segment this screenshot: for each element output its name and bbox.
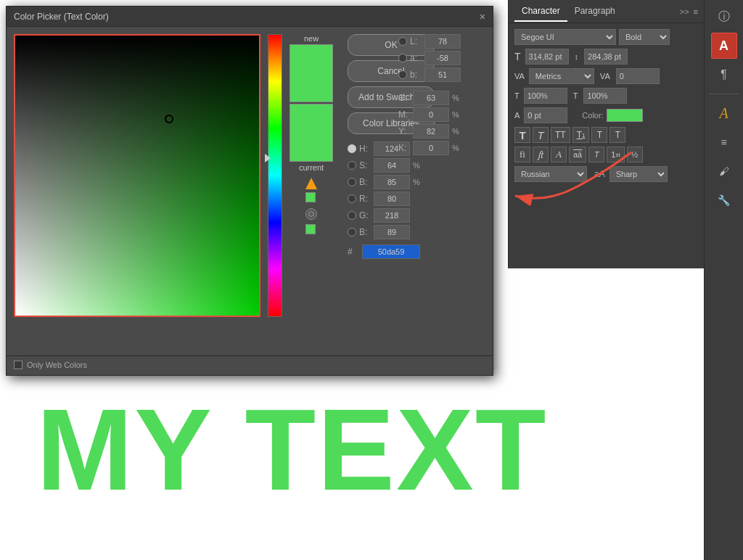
panel-tab-icons: >> ≡ [680,7,698,16]
c-input[interactable] [413,91,449,105]
dropper-icon[interactable]: 🔧 [711,187,737,213]
swatch-current[interactable] [290,104,333,162]
m-row: M: % [398,107,464,122]
b-lab-radio[interactable] [398,70,407,79]
paragraph-icon[interactable]: ¶ [711,62,737,88]
font-a-icon[interactable]: A [711,100,737,126]
kerning-icon2: VA [600,72,610,81]
lab-cmyk-inputs: L: a: b: C: % M: % [398,34,464,348]
brightness-radio[interactable] [348,178,356,186]
panel-tabs: Character Paragraph >> ≡ [509,0,704,23]
t-style-buttons-row: T T TT T1 T T [514,127,698,143]
l-row: L: [398,34,464,49]
tab-character[interactable]: Character [514,1,567,22]
gradient-cursor [165,115,173,123]
b-lab-input[interactable] [424,67,461,82]
red-radio[interactable] [348,194,356,203]
vertical-scale-icon: T [573,91,578,100]
hue-indicator [265,154,271,162]
aa-button[interactable]: aā [569,147,586,162]
anti-alias-select[interactable]: Sharp [609,166,668,182]
brush-icon[interactable]: 🖌 [711,158,737,184]
k-row: K: % [398,141,464,155]
hue-slider[interactable] [268,34,282,317]
web-safe-color-swatch[interactable] [305,192,316,202]
close-button[interactable]: × [480,12,485,22]
hue-slider-container [268,34,282,317]
superscript-button[interactable]: T [591,127,607,143]
a-row: a: [398,51,464,65]
dialog-title: Color Picker (Text Color) [14,12,109,22]
warning-area: ⬡ [305,178,317,234]
k-input[interactable] [413,141,449,155]
b-lab-row: b: [398,67,464,82]
baseline-color-row: A Color: [514,107,698,123]
y-row: Y: % [398,124,464,139]
green-radio[interactable] [348,211,356,220]
warning-icon[interactable] [305,178,317,189]
text-color-swatch[interactable] [607,109,643,122]
kerning-input[interactable] [616,68,660,84]
c-row: C: % [398,91,464,105]
expand-icon[interactable]: >> [680,7,689,16]
subscript-button[interactable]: T [609,127,625,143]
script-button[interactable]: A [551,147,567,162]
saturation-radio[interactable] [348,161,356,170]
horizontal-scale-icon: T [514,91,520,100]
y-input[interactable] [413,124,449,139]
blue-radio[interactable] [348,228,356,236]
aa-display: aA [594,169,605,179]
tracking-select[interactable]: Metrics [529,68,594,84]
gamut-swatch[interactable] [305,224,316,234]
language-select[interactable]: Russian [514,166,587,182]
baseline-shift-input[interactable] [524,107,567,123]
panel-options-icon[interactable]: ≡ [711,129,737,155]
color-gradient-picker[interactable] [14,34,260,317]
only-web-colors-checkbox[interactable] [14,361,22,369]
only-web-colors-label: Only Web Colors [27,361,87,369]
font-size-input[interactable] [525,49,569,65]
leading-input[interactable] [584,49,628,65]
fi-ligature-button[interactable]: fi [514,147,530,162]
swatch-current-label: current [299,163,324,172]
type-tool-icon[interactable]: A [711,33,737,59]
faux-bold-button[interactable]: T [514,127,530,143]
a-input[interactable] [424,51,461,65]
kerning-icon: VA [514,72,525,81]
divider [710,94,739,94]
character-panel: Character Paragraph >> ≡ Segoe UI Bold T… [508,0,704,268]
panel-body: Segoe UI Bold T ↕ VA Metrics VA T T [509,23,704,188]
scale-row: T T [514,88,698,104]
info-icon[interactable]: ⓘ [711,4,737,30]
m-input[interactable] [413,107,449,122]
menu-icon[interactable]: ≡ [694,7,698,16]
all-caps-button[interactable]: TT [551,127,570,143]
italic-t-button[interactable]: T [588,147,604,162]
l-radio[interactable] [398,37,407,46]
web-colors-row: Only Web Colors [7,355,493,375]
color-label: Color: [582,111,603,120]
faux-italic-button[interactable]: T [533,127,549,143]
swatch-new-label: new [304,34,319,43]
swatch-new[interactable] [290,44,333,102]
st-button[interactable]: ʃt [533,147,549,162]
tab-paragraph[interactable]: Paragraph [567,1,623,22]
vertical-scale-input[interactable] [583,88,627,104]
hue-radio[interactable] [348,144,356,153]
small-caps-button[interactable]: T1 [572,127,590,143]
right-sidebar: ⓘ A ¶ A ≡ 🖌 🔧 [704,0,743,560]
spacer [398,84,464,88]
dialog-titlebar: Color Picker (Text Color) × [7,7,493,27]
cube-icon[interactable]: ⬡ [305,208,317,220]
a-radio[interactable] [398,54,407,62]
font-style-select[interactable]: Bold [619,29,670,45]
l-input[interactable] [424,34,461,49]
tracking-row: VA Metrics VA [514,68,698,84]
horizontal-scale-input[interactable] [524,88,567,104]
font-size-icon: T [514,51,521,62]
fraction-button[interactable]: ½ [627,147,643,162]
font-size-row: T ↕ [514,49,698,65]
font-family-select[interactable]: Segoe UI [514,29,616,45]
ordinal-button[interactable]: 1st [607,147,624,162]
color-picker-dialog: Color Picker (Text Color) × new current [6,6,493,376]
